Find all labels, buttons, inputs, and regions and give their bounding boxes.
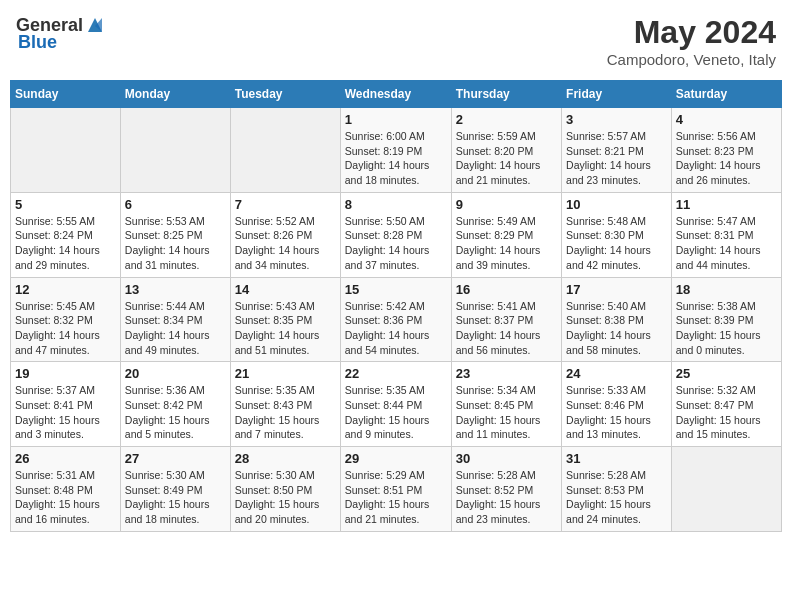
day-number: 6 bbox=[125, 197, 226, 212]
calendar-day-cell: 2Sunrise: 5:59 AMSunset: 8:20 PMDaylight… bbox=[451, 108, 561, 193]
day-number: 18 bbox=[676, 282, 777, 297]
day-info: Sunrise: 5:41 AMSunset: 8:37 PMDaylight:… bbox=[456, 299, 557, 358]
calendar-day-cell: 31Sunrise: 5:28 AMSunset: 8:53 PMDayligh… bbox=[562, 447, 672, 532]
calendar-day-cell: 6Sunrise: 5:53 AMSunset: 8:25 PMDaylight… bbox=[120, 192, 230, 277]
day-info: Sunrise: 5:47 AMSunset: 8:31 PMDaylight:… bbox=[676, 214, 777, 273]
calendar-day-cell: 11Sunrise: 5:47 AMSunset: 8:31 PMDayligh… bbox=[671, 192, 781, 277]
day-info: Sunrise: 5:49 AMSunset: 8:29 PMDaylight:… bbox=[456, 214, 557, 273]
day-info: Sunrise: 6:00 AMSunset: 8:19 PMDaylight:… bbox=[345, 129, 447, 188]
day-info: Sunrise: 5:57 AMSunset: 8:21 PMDaylight:… bbox=[566, 129, 667, 188]
logo-icon bbox=[84, 14, 106, 36]
day-info: Sunrise: 5:35 AMSunset: 8:44 PMDaylight:… bbox=[345, 383, 447, 442]
calendar-day-cell: 30Sunrise: 5:28 AMSunset: 8:52 PMDayligh… bbox=[451, 447, 561, 532]
day-number: 17 bbox=[566, 282, 667, 297]
calendar-day-cell: 1Sunrise: 6:00 AMSunset: 8:19 PMDaylight… bbox=[340, 108, 451, 193]
day-number: 15 bbox=[345, 282, 447, 297]
calendar-week-row: 1Sunrise: 6:00 AMSunset: 8:19 PMDaylight… bbox=[11, 108, 782, 193]
day-number: 16 bbox=[456, 282, 557, 297]
calendar-day-cell bbox=[230, 108, 340, 193]
calendar-day-cell: 23Sunrise: 5:34 AMSunset: 8:45 PMDayligh… bbox=[451, 362, 561, 447]
logo-blue-text: Blue bbox=[18, 32, 57, 53]
day-info: Sunrise: 5:30 AMSunset: 8:50 PMDaylight:… bbox=[235, 468, 336, 527]
day-number: 27 bbox=[125, 451, 226, 466]
calendar-day-cell: 15Sunrise: 5:42 AMSunset: 8:36 PMDayligh… bbox=[340, 277, 451, 362]
calendar-header-row: SundayMondayTuesdayWednesdayThursdayFrid… bbox=[11, 81, 782, 108]
weekday-header-wednesday: Wednesday bbox=[340, 81, 451, 108]
calendar-day-cell: 17Sunrise: 5:40 AMSunset: 8:38 PMDayligh… bbox=[562, 277, 672, 362]
page-subtitle: Campodoro, Veneto, Italy bbox=[607, 51, 776, 68]
day-info: Sunrise: 5:45 AMSunset: 8:32 PMDaylight:… bbox=[15, 299, 116, 358]
day-number: 1 bbox=[345, 112, 447, 127]
day-info: Sunrise: 5:29 AMSunset: 8:51 PMDaylight:… bbox=[345, 468, 447, 527]
calendar-day-cell: 8Sunrise: 5:50 AMSunset: 8:28 PMDaylight… bbox=[340, 192, 451, 277]
day-info: Sunrise: 5:38 AMSunset: 8:39 PMDaylight:… bbox=[676, 299, 777, 358]
day-info: Sunrise: 5:44 AMSunset: 8:34 PMDaylight:… bbox=[125, 299, 226, 358]
weekday-header-saturday: Saturday bbox=[671, 81, 781, 108]
calendar-day-cell: 18Sunrise: 5:38 AMSunset: 8:39 PMDayligh… bbox=[671, 277, 781, 362]
calendar-day-cell: 14Sunrise: 5:43 AMSunset: 8:35 PMDayligh… bbox=[230, 277, 340, 362]
calendar-day-cell: 13Sunrise: 5:44 AMSunset: 8:34 PMDayligh… bbox=[120, 277, 230, 362]
day-info: Sunrise: 5:36 AMSunset: 8:42 PMDaylight:… bbox=[125, 383, 226, 442]
calendar-day-cell: 9Sunrise: 5:49 AMSunset: 8:29 PMDaylight… bbox=[451, 192, 561, 277]
day-info: Sunrise: 5:35 AMSunset: 8:43 PMDaylight:… bbox=[235, 383, 336, 442]
day-info: Sunrise: 5:32 AMSunset: 8:47 PMDaylight:… bbox=[676, 383, 777, 442]
day-number: 2 bbox=[456, 112, 557, 127]
day-number: 9 bbox=[456, 197, 557, 212]
day-info: Sunrise: 5:31 AMSunset: 8:48 PMDaylight:… bbox=[15, 468, 116, 527]
day-number: 22 bbox=[345, 366, 447, 381]
day-number: 20 bbox=[125, 366, 226, 381]
day-info: Sunrise: 5:30 AMSunset: 8:49 PMDaylight:… bbox=[125, 468, 226, 527]
day-info: Sunrise: 5:55 AMSunset: 8:24 PMDaylight:… bbox=[15, 214, 116, 273]
day-info: Sunrise: 5:34 AMSunset: 8:45 PMDaylight:… bbox=[456, 383, 557, 442]
day-info: Sunrise: 5:56 AMSunset: 8:23 PMDaylight:… bbox=[676, 129, 777, 188]
day-number: 24 bbox=[566, 366, 667, 381]
title-block: May 2024 Campodoro, Veneto, Italy bbox=[607, 14, 776, 68]
calendar-day-cell: 27Sunrise: 5:30 AMSunset: 8:49 PMDayligh… bbox=[120, 447, 230, 532]
day-info: Sunrise: 5:50 AMSunset: 8:28 PMDaylight:… bbox=[345, 214, 447, 273]
day-number: 25 bbox=[676, 366, 777, 381]
day-number: 28 bbox=[235, 451, 336, 466]
calendar-day-cell: 21Sunrise: 5:35 AMSunset: 8:43 PMDayligh… bbox=[230, 362, 340, 447]
day-info: Sunrise: 5:43 AMSunset: 8:35 PMDaylight:… bbox=[235, 299, 336, 358]
day-info: Sunrise: 5:28 AMSunset: 8:52 PMDaylight:… bbox=[456, 468, 557, 527]
calendar-day-cell bbox=[671, 447, 781, 532]
calendar-week-row: 5Sunrise: 5:55 AMSunset: 8:24 PMDaylight… bbox=[11, 192, 782, 277]
day-info: Sunrise: 5:53 AMSunset: 8:25 PMDaylight:… bbox=[125, 214, 226, 273]
day-number: 5 bbox=[15, 197, 116, 212]
calendar-day-cell: 24Sunrise: 5:33 AMSunset: 8:46 PMDayligh… bbox=[562, 362, 672, 447]
day-number: 13 bbox=[125, 282, 226, 297]
calendar-day-cell: 22Sunrise: 5:35 AMSunset: 8:44 PMDayligh… bbox=[340, 362, 451, 447]
calendar-table: SundayMondayTuesdayWednesdayThursdayFrid… bbox=[10, 80, 782, 532]
calendar-day-cell: 26Sunrise: 5:31 AMSunset: 8:48 PMDayligh… bbox=[11, 447, 121, 532]
calendar-day-cell: 4Sunrise: 5:56 AMSunset: 8:23 PMDaylight… bbox=[671, 108, 781, 193]
day-info: Sunrise: 5:33 AMSunset: 8:46 PMDaylight:… bbox=[566, 383, 667, 442]
calendar-day-cell: 28Sunrise: 5:30 AMSunset: 8:50 PMDayligh… bbox=[230, 447, 340, 532]
day-number: 29 bbox=[345, 451, 447, 466]
day-number: 11 bbox=[676, 197, 777, 212]
calendar-day-cell: 5Sunrise: 5:55 AMSunset: 8:24 PMDaylight… bbox=[11, 192, 121, 277]
weekday-header-friday: Friday bbox=[562, 81, 672, 108]
calendar-day-cell: 19Sunrise: 5:37 AMSunset: 8:41 PMDayligh… bbox=[11, 362, 121, 447]
day-number: 21 bbox=[235, 366, 336, 381]
day-info: Sunrise: 5:42 AMSunset: 8:36 PMDaylight:… bbox=[345, 299, 447, 358]
weekday-header-sunday: Sunday bbox=[11, 81, 121, 108]
weekday-header-tuesday: Tuesday bbox=[230, 81, 340, 108]
calendar-day-cell: 10Sunrise: 5:48 AMSunset: 8:30 PMDayligh… bbox=[562, 192, 672, 277]
calendar-day-cell bbox=[120, 108, 230, 193]
calendar-week-row: 19Sunrise: 5:37 AMSunset: 8:41 PMDayligh… bbox=[11, 362, 782, 447]
calendar-week-row: 12Sunrise: 5:45 AMSunset: 8:32 PMDayligh… bbox=[11, 277, 782, 362]
day-number: 8 bbox=[345, 197, 447, 212]
calendar-day-cell: 12Sunrise: 5:45 AMSunset: 8:32 PMDayligh… bbox=[11, 277, 121, 362]
day-number: 4 bbox=[676, 112, 777, 127]
day-info: Sunrise: 5:48 AMSunset: 8:30 PMDaylight:… bbox=[566, 214, 667, 273]
weekday-header-thursday: Thursday bbox=[451, 81, 561, 108]
calendar-day-cell: 29Sunrise: 5:29 AMSunset: 8:51 PMDayligh… bbox=[340, 447, 451, 532]
day-number: 19 bbox=[15, 366, 116, 381]
day-number: 10 bbox=[566, 197, 667, 212]
day-info: Sunrise: 5:37 AMSunset: 8:41 PMDaylight:… bbox=[15, 383, 116, 442]
calendar-day-cell: 7Sunrise: 5:52 AMSunset: 8:26 PMDaylight… bbox=[230, 192, 340, 277]
calendar-day-cell: 25Sunrise: 5:32 AMSunset: 8:47 PMDayligh… bbox=[671, 362, 781, 447]
day-number: 23 bbox=[456, 366, 557, 381]
day-number: 30 bbox=[456, 451, 557, 466]
calendar-day-cell: 3Sunrise: 5:57 AMSunset: 8:21 PMDaylight… bbox=[562, 108, 672, 193]
